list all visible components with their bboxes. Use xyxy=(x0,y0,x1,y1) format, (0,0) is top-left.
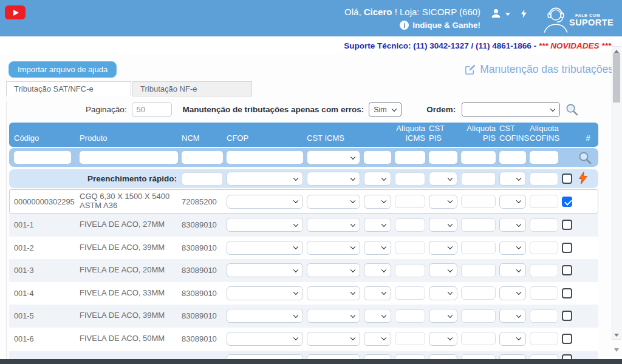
order-select[interactable] xyxy=(462,102,560,117)
cfop-select[interactable] xyxy=(227,241,303,255)
cst-cofins-select[interactable] xyxy=(499,309,526,323)
filter-aliquota-pis-input[interactable] xyxy=(461,151,496,164)
fale-com-suporte-button[interactable]: FALE COM SUPORTE xyxy=(538,5,613,33)
quick-ncm-input[interactable] xyxy=(182,172,223,186)
search-button[interactable] xyxy=(565,103,579,116)
aliquota-pis-input[interactable] xyxy=(461,286,496,300)
cst-pis-select[interactable] xyxy=(429,332,457,346)
quick-aliquota-icms-input[interactable] xyxy=(395,172,425,186)
aliquota-cofins-input[interactable] xyxy=(530,195,558,208)
cfop-select[interactable] xyxy=(227,309,303,323)
cst-icms-select[interactable] xyxy=(307,309,360,323)
vertical-scrollbar[interactable] xyxy=(612,46,621,340)
aliquota-icms-select[interactable] xyxy=(364,195,391,209)
quick-cst-pis-select[interactable] xyxy=(429,172,457,186)
aliquota-icms-input[interactable] xyxy=(395,309,425,323)
cst-icms-select[interactable] xyxy=(307,263,360,277)
cfop-select[interactable] xyxy=(227,332,303,346)
indique-ganhe-link[interactable]: i Indique & Ganhe! xyxy=(400,21,480,30)
row-checkbox[interactable] xyxy=(562,197,572,207)
filter-cst-pis-input[interactable] xyxy=(429,151,457,164)
aliquota-icms-select[interactable] xyxy=(364,286,391,300)
cfop-select[interactable] xyxy=(227,195,303,209)
quick-cst-cofins-select[interactable] xyxy=(499,172,526,186)
quick-cfop-select[interactable] xyxy=(227,172,303,186)
row-checkbox[interactable] xyxy=(562,243,572,253)
aliquota-icms-input[interactable] xyxy=(395,241,425,254)
cst-icms-select[interactable] xyxy=(307,286,360,300)
cst-cofins-select[interactable] xyxy=(499,286,526,300)
cst-icms-select[interactable] xyxy=(307,195,360,209)
tab-tributacao-nfe[interactable]: Tributação NF-e xyxy=(132,81,252,96)
quick-cst-icms-select[interactable] xyxy=(307,172,360,186)
cst-cofins-select[interactable] xyxy=(499,332,526,346)
cst-cofins-select[interactable] xyxy=(499,241,526,255)
import-file-button[interactable]: Importar arquivo de ajuda xyxy=(9,61,117,78)
aliquota-pis-input[interactable] xyxy=(461,218,496,232)
cst-pis-select[interactable] xyxy=(429,263,457,277)
cst-cofins-select[interactable] xyxy=(499,195,526,209)
aliquota-icms-select[interactable] xyxy=(364,309,391,323)
aliquota-cofins-input[interactable] xyxy=(530,264,558,277)
row-checkbox[interactable] xyxy=(562,311,572,321)
aliquota-cofins-input[interactable] xyxy=(530,286,558,300)
youtube-icon[interactable] xyxy=(5,5,26,19)
aliquota-icms-input[interactable] xyxy=(395,218,425,232)
cfop-select[interactable] xyxy=(227,263,303,277)
novidades-link[interactable]: *** NOVIDADES *** xyxy=(539,41,611,50)
row-checkbox[interactable] xyxy=(562,220,572,230)
aliquota-cofins-input[interactable] xyxy=(530,309,558,323)
filter-cfop-input[interactable] xyxy=(227,151,303,164)
filter-aliquota-cofins-input[interactable] xyxy=(530,151,558,164)
filter-cst-cofins-input[interactable] xyxy=(499,151,526,164)
tab-tributacao-sat-nfce[interactable]: Tributação SAT/NFC-e xyxy=(6,81,131,96)
cst-pis-select[interactable] xyxy=(429,286,457,300)
quick-aliquota-pis-input[interactable] xyxy=(461,172,496,186)
filter-cst-icms-select[interactable] xyxy=(307,150,360,164)
aliquota-pis-input[interactable] xyxy=(461,195,496,208)
quick-select-all-checkbox[interactable] xyxy=(562,174,572,184)
scrollbar-thumb[interactable] xyxy=(613,53,620,103)
cst-icms-select[interactable] xyxy=(307,241,360,255)
row-checkbox[interactable] xyxy=(562,265,572,275)
filter-produto-input[interactable] xyxy=(80,151,178,164)
scroll-down-arrow[interactable] xyxy=(612,331,621,339)
cst-pis-select[interactable] xyxy=(429,218,457,232)
cst-icms-select[interactable] xyxy=(307,218,360,232)
cst-cofins-select[interactable] xyxy=(499,218,526,232)
errors-filter-select[interactable]: Sim xyxy=(369,102,402,117)
aliquota-cofins-input[interactable] xyxy=(530,332,558,345)
filter-search-button[interactable] xyxy=(578,150,598,165)
pagination-input[interactable] xyxy=(132,102,172,117)
aliquota-pis-input[interactable] xyxy=(461,332,496,345)
filter-codigo-input[interactable] xyxy=(14,151,71,164)
cst-pis-select[interactable] xyxy=(429,309,457,323)
quick-apply-button[interactable] xyxy=(578,171,598,187)
aliquota-icms-select[interactable] xyxy=(364,332,391,346)
aliquota-icms-input[interactable] xyxy=(395,286,425,300)
cfop-select[interactable] xyxy=(227,218,303,232)
aliquota-icms-input[interactable] xyxy=(395,195,425,208)
aliquota-icms-input[interactable] xyxy=(395,264,425,277)
aliquota-icms-select[interactable] xyxy=(364,241,391,255)
quick-aliquota-cofins-input[interactable] xyxy=(530,172,558,186)
row-checkbox[interactable] xyxy=(562,334,572,344)
aliquota-icms-select[interactable] xyxy=(364,218,391,232)
row-checkbox[interactable] xyxy=(562,288,572,298)
aliquota-cofins-input[interactable] xyxy=(530,218,558,232)
aliquota-icms-select[interactable] xyxy=(364,263,391,277)
user-menu[interactable] xyxy=(490,7,510,20)
quick-actions-button[interactable] xyxy=(519,7,528,23)
aliquota-pis-input[interactable] xyxy=(461,264,496,277)
aliquota-pis-input[interactable] xyxy=(461,241,496,254)
quick-aliquota-icms-select[interactable] xyxy=(364,172,391,186)
filter-ncm-input[interactable] xyxy=(182,151,223,164)
aliquota-pis-input[interactable] xyxy=(461,309,496,323)
filter-aliquota-icms-input[interactable] xyxy=(395,151,425,164)
cst-icms-select[interactable] xyxy=(307,332,360,346)
cst-cofins-select[interactable] xyxy=(499,263,526,277)
filter-aliquota-icms-select-input[interactable] xyxy=(364,151,391,164)
cst-pis-select[interactable] xyxy=(429,241,457,255)
cfop-select[interactable] xyxy=(227,286,303,300)
aliquota-cofins-input[interactable] xyxy=(530,241,558,254)
